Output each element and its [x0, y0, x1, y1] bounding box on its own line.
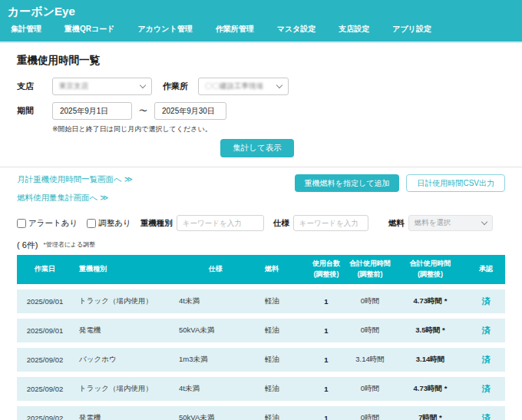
- alert-checkbox-label: アラートあり: [28, 218, 78, 229]
- table-row: 2025/09/02トラック（場内使用）4t未満軽油10時間4.73時間 *済: [17, 377, 505, 401]
- app-title: カーボンEye: [0, 2, 522, 21]
- nav-item-4[interactable]: 作業所管理: [216, 24, 254, 35]
- fuel-label: 燃料: [388, 218, 405, 229]
- alert-checkbox[interactable]: [17, 219, 26, 228]
- table-row: 2025/09/01発電機50kVA未満軽油10時間3.5時間 *済: [17, 319, 505, 342]
- nav-item-3[interactable]: アカウント管理: [137, 24, 192, 35]
- adjusted-checkbox[interactable]: [87, 219, 96, 228]
- page-title: 重機使用時間一覧: [17, 54, 505, 68]
- quick-link-1[interactable]: 月計重機使用時間一覧画面へ ≫: [17, 174, 133, 185]
- aggregate-button[interactable]: 集計して表示: [220, 139, 294, 157]
- period-label: 期間: [17, 105, 52, 117]
- branch-site-row: 支店 東京支店 作業所 〇〇建設工事現場: [17, 78, 505, 95]
- cell-units: 1: [306, 406, 346, 420]
- cell-machine: トラック（場内使用）: [73, 289, 173, 313]
- branch-select-value: 東京支店: [59, 81, 88, 91]
- col-header-fuel: 燃料: [259, 255, 306, 284]
- col-header-total_before: 合計使用時間(調整前): [346, 255, 394, 284]
- site-select[interactable]: 〇〇建設工事現場: [198, 78, 289, 95]
- cell-date: 2025/09/01: [17, 319, 73, 342]
- branch-select[interactable]: 東京支店: [52, 78, 152, 95]
- fuel-select[interactable]: 燃料を選択: [408, 215, 493, 231]
- cell-machine: 発電機: [73, 319, 173, 342]
- alert-checkbox-group: アラートあり: [17, 218, 78, 229]
- cell-approval: 済: [467, 377, 505, 401]
- col-header-total_after: 合計使用時間(調整後): [394, 255, 467, 284]
- main-nav: 集計管理重機QRコードアカウント管理作業所管理マスタ設定支店設定アプリ設定: [0, 21, 522, 41]
- cell-date: 2025/09/02: [17, 348, 73, 372]
- spec-input[interactable]: [293, 215, 368, 231]
- cell-fuel: 軽油: [259, 289, 306, 313]
- start-date-input[interactable]: [52, 102, 132, 120]
- period-row: 期間 〜: [17, 102, 505, 120]
- cell-total_after: 4.73時間 *: [394, 289, 467, 313]
- chevron-down-icon: [140, 82, 146, 88]
- cell-total_before: 0時間: [346, 289, 394, 313]
- table-row: 2025/09/02発電機50kVA未満軽油10時間7時間 *済: [17, 406, 505, 420]
- cell-fuel: 軽油: [259, 377, 306, 401]
- cell-spec: 1m3未満: [173, 348, 259, 372]
- machine-type-input[interactable]: [177, 215, 264, 231]
- cell-fuel: 軽油: [259, 406, 306, 420]
- cell-total_after: 3.5時間 *: [394, 319, 467, 342]
- usage-table: 作業日重機種別仕様燃料使用台数(調整後)合計使用時間(調整前)合計使用時間(調整…: [17, 250, 505, 420]
- table-row: 2025/09/01トラック（場内使用）4t未満軽油10時間4.73時間 *済: [17, 289, 505, 313]
- adjusted-checkbox-label: 調整あり: [98, 218, 131, 229]
- cell-units: 1: [306, 319, 346, 342]
- table-body: 2025/09/01トラック（場内使用）4t未満軽油10時間4.73時間 *済2…: [17, 289, 505, 420]
- quick-links: 月計重機使用時間一覧画面へ ≫燃料使用量集計画面へ ≫: [17, 174, 133, 203]
- cell-approval: 済: [467, 319, 505, 342]
- cell-fuel: 軽油: [259, 348, 306, 372]
- site-label: 作業所: [163, 81, 198, 92]
- cell-spec: 50kVA未満: [173, 406, 259, 420]
- site-select-value: 〇〇建設工事現場: [205, 81, 263, 91]
- result-count: ( 6件): [17, 240, 38, 250]
- cell-total_before: 3.14時間: [346, 348, 394, 372]
- csv-export-button[interactable]: 日計使用時間CSV出力: [406, 174, 505, 192]
- add-fuel-button[interactable]: 重機燃料を指定して追加: [295, 174, 400, 192]
- cell-spec: 50kVA未満: [173, 319, 259, 342]
- nav-item-5[interactable]: マスタ設定: [277, 24, 316, 35]
- machine-type-label: 重機種別: [140, 218, 173, 229]
- cell-total_before: 0時間: [346, 377, 394, 401]
- cell-units: 1: [306, 289, 346, 313]
- table-header-row: 作業日重機種別仕様燃料使用台数(調整後)合計使用時間(調整前)合計使用時間(調整…: [17, 255, 505, 284]
- fuel-select-value: 燃料を選択: [415, 218, 451, 228]
- cell-total_after: 4.73時間 *: [394, 377, 467, 401]
- action-buttons: 重機燃料を指定して追加 日計使用時間CSV出力: [295, 174, 505, 192]
- col-header-date: 作業日: [17, 255, 73, 284]
- spec-label: 仕様: [273, 218, 289, 229]
- links-row: 月計重機使用時間一覧画面へ ≫燃料使用量集計画面へ ≫ 重機燃料を指定して追加 …: [17, 174, 505, 203]
- quick-link-2[interactable]: 燃料使用量集計画面へ ≫: [17, 193, 133, 203]
- cell-date: 2025/09/02: [17, 406, 73, 420]
- adjust-note: *管理者による調整: [44, 241, 96, 248]
- adjusted-checkbox-group: 調整あり: [87, 218, 131, 229]
- col-header-approval: 承認: [467, 255, 505, 284]
- end-date-input[interactable]: [154, 102, 226, 120]
- cell-total_after: 3.14時間: [394, 348, 467, 372]
- period-note: ※開始日と終了日は同じ月内で選択してください。: [52, 124, 505, 134]
- cell-date: 2025/09/01: [17, 289, 73, 313]
- cell-machine: バックホウ: [73, 348, 173, 372]
- chevron-down-icon: [481, 219, 487, 225]
- nav-item-2[interactable]: 重機QRコード: [64, 24, 114, 35]
- chevron-down-icon: [276, 82, 282, 88]
- nav-item-6[interactable]: 支店設定: [339, 24, 369, 35]
- col-header-units: 使用台数(調整後): [306, 255, 346, 284]
- cell-units: 1: [306, 377, 346, 401]
- filter-bar: アラートあり 調整あり 重機種別 仕様 燃料 燃料を選択: [17, 215, 505, 231]
- nav-item-7[interactable]: アプリ設定: [392, 24, 431, 35]
- cell-spec: 4t未満: [173, 289, 259, 313]
- cell-units: 1: [306, 348, 346, 372]
- section-divider: [0, 167, 522, 167]
- col-header-machine: 重機種別: [73, 255, 173, 284]
- app-header: カーボンEye 集計管理重機QRコードアカウント管理作業所管理マスタ設定支店設定…: [0, 0, 522, 43]
- cell-fuel: 軽油: [259, 319, 306, 342]
- nav-item-1[interactable]: 集計管理: [11, 24, 41, 35]
- cell-machine: トラック（場内使用）: [73, 377, 173, 401]
- period-tilde: 〜: [139, 105, 147, 117]
- cell-machine: 発電機: [73, 406, 173, 420]
- cell-approval: 済: [467, 406, 505, 420]
- cell-total_after: 7時間 *: [394, 406, 467, 420]
- main-content: 重機使用時間一覧 支店 東京支店 作業所 〇〇建設工事現場 期間 〜 ※開始日と…: [0, 54, 522, 420]
